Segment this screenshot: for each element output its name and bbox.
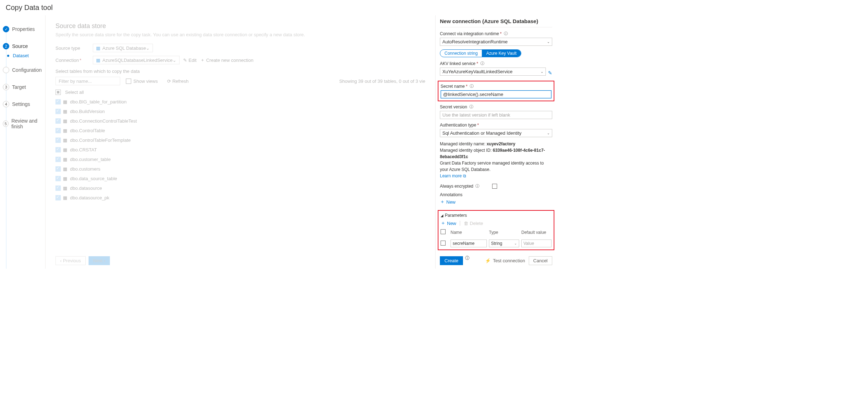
table-row[interactable]: ▦dbo.datasource [55, 183, 425, 193]
select-tables-label: Select tables from which to copy the dat… [55, 69, 425, 74]
table-icon: ▦ [63, 99, 67, 104]
table-icon: ▦ [63, 128, 67, 133]
wizard-nav: ✓ Properties 2 Source Dataset Configurat… [0, 15, 46, 269]
table-row[interactable]: ▦dbo.ControlTable [55, 126, 425, 135]
wizard-step-review[interactable]: 5 Review and finish [3, 116, 45, 131]
table-name: dbo.ControlTableForTemplate [70, 138, 131, 143]
col-name: Name [451, 230, 487, 237]
table-icon: ▦ [63, 195, 67, 200]
table-name: dbo.ConnectionControlTableTest [70, 118, 137, 124]
checkbox-checked-icon [55, 166, 61, 172]
param-type-select[interactable]: String⌄ [489, 240, 519, 247]
table-row[interactable]: ▦dbo.data_source_table [55, 174, 425, 183]
table-row[interactable]: ▦dbo.datasource_pk [55, 193, 425, 203]
cancel-button[interactable]: Cancel [529, 256, 552, 265]
create-connection-button[interactable]: ＋ Create new connection [200, 57, 254, 63]
table-icon: ▦ [63, 138, 67, 143]
secret-version-input[interactable]: Use the latest version if left blank [440, 111, 552, 119]
step-number-icon: 2 [3, 43, 9, 49]
azure-key-vault-tab[interactable]: Azure Key Vault [482, 50, 521, 57]
checkbox-checked-icon [55, 99, 61, 104]
content-area: Source data store Specify the source dat… [46, 15, 435, 269]
table-row[interactable]: ▦dbo.ConnectionControlTableTest [55, 116, 425, 126]
always-encrypted-checkbox[interactable] [492, 184, 497, 189]
plus-icon: ＋ [200, 57, 205, 63]
refresh-button[interactable]: ⟳ Refresh [167, 79, 189, 84]
akv-linked-select[interactable]: XuYeAzureKeyVaultLinkedService ⌄ [440, 68, 546, 76]
next-button[interactable]: Next › [89, 256, 110, 265]
runtime-select[interactable]: AutoResolveIntegrationRuntime ⌄ [440, 38, 552, 46]
table-name: dbo.data_source_table [70, 176, 117, 181]
checkbox-checked-icon [55, 176, 61, 181]
plus-icon: ＋ [441, 220, 446, 226]
table-name: dbo.datasource_pk [70, 195, 110, 200]
secret-name-label: Secret name* ⓘ [441, 84, 552, 89]
edit-connection-button[interactable]: ✎ Edit [183, 58, 196, 63]
info-icon[interactable]: ⓘ [480, 61, 484, 66]
learn-more-link[interactable]: Learn more⧉ [440, 173, 466, 179]
table-icon: ▦ [63, 118, 67, 124]
source-type-label: Source type [55, 45, 93, 51]
info-icon[interactable]: ⓘ [470, 84, 474, 89]
secret-version-label: Secret version ⓘ [440, 104, 552, 109]
select-all-row[interactable]: Select all [55, 87, 425, 97]
identity-info: Managed identity name: xuyev2factory Man… [440, 141, 552, 179]
parameters-header[interactable]: ◢ Parameters [441, 213, 552, 218]
checkbox-checked-icon [55, 186, 61, 191]
external-link-icon: ⧉ [463, 173, 466, 179]
table-row[interactable]: ▦dbo.customers [55, 164, 425, 174]
wizard-step-target[interactable]: 3 Target [3, 82, 45, 92]
content-description: Specify the source data store for the co… [55, 32, 425, 37]
add-parameter-button[interactable]: ＋ New [441, 220, 456, 226]
checkbox-checked-icon [55, 118, 61, 124]
param-header-checkbox[interactable] [441, 229, 446, 234]
param-name-input[interactable]: secreName [451, 240, 487, 247]
source-type-select[interactable]: ▦ Azure SQL Database ⌄ [93, 44, 153, 52]
checkbox-checked-icon [55, 109, 61, 114]
wizard-step-settings[interactable]: 4 Settings [3, 99, 45, 109]
wizard-step-configuration[interactable]: Configuration [3, 65, 45, 75]
chevron-down-icon: ⌄ [172, 58, 176, 63]
delete-parameter-button[interactable]: 🗑 Delete [464, 221, 483, 226]
connection-select[interactable]: ▦ AzureSQLDatabaseLinkedService ⌄ [93, 56, 180, 64]
table-row[interactable]: ▦dbo.BIG_table_for_partition [55, 97, 425, 107]
connection-string-tab[interactable]: Connection string [440, 50, 482, 57]
table-row[interactable]: ▦dbo.CRSTAT [55, 145, 425, 155]
info-icon[interactable]: ⓘ [475, 183, 479, 189]
param-row-checkbox[interactable] [441, 241, 446, 246]
plug-icon: ⚡ [485, 258, 491, 263]
trash-icon: 🗑 [464, 221, 468, 226]
wizard-substep-dataset[interactable]: Dataset [13, 52, 45, 60]
wizard-step-source[interactable]: 2 Source [3, 41, 45, 52]
param-default-input[interactable]: Value [521, 240, 552, 247]
filter-input[interactable] [55, 77, 120, 85]
connection-mode-toggle: Connection string Azure Key Vault [440, 49, 521, 57]
table-icon: ▦ [63, 166, 67, 172]
auth-type-select[interactable]: Sql Authentication or Managed Identity ⌄ [440, 129, 552, 137]
step-number-icon: 4 [3, 101, 9, 107]
table-name: dbo.BIG_table_for_partition [70, 99, 127, 104]
checkbox-checked-icon [55, 128, 61, 133]
info-icon[interactable]: ⓘ [469, 104, 473, 109]
add-annotation-button[interactable]: ＋ New [440, 199, 456, 205]
secret-name-input[interactable]: @linkedService().secreName [441, 90, 552, 98]
panel-title: New connection (Azure SQL Database) [440, 18, 552, 24]
show-views-checkbox[interactable]: Show views [126, 79, 158, 84]
table-row[interactable]: ▦dbo.ControlTableForTemplate [55, 135, 425, 145]
table-row[interactable]: ▦dbo.customer_table [55, 155, 425, 164]
table-name: dbo.BuildVersion [70, 109, 105, 114]
new-connection-panel: New connection (Azure SQL Database) Conn… [435, 15, 557, 269]
always-encrypted-label: Always encrypted ⓘ [440, 183, 479, 189]
step-number-icon: 5 [3, 120, 9, 127]
refresh-icon: ⟳ [167, 79, 171, 84]
status-text: Showing 39 out of 39 tables, 0 out of 3 … [339, 79, 425, 84]
info-icon[interactable]: ⓘ [504, 31, 508, 36]
caret-down-icon: ◢ [441, 214, 443, 217]
previous-button[interactable]: ‹ Previous [55, 256, 86, 265]
create-button[interactable]: Create [440, 256, 463, 265]
table-row[interactable]: ▦dbo.BuildVersion [55, 107, 425, 116]
pencil-icon[interactable]: ✎ [548, 70, 552, 76]
plus-icon: ＋ [440, 199, 445, 205]
test-connection-button[interactable]: ⚡ Test connection [485, 258, 525, 263]
wizard-step-properties[interactable]: ✓ Properties [3, 24, 45, 34]
